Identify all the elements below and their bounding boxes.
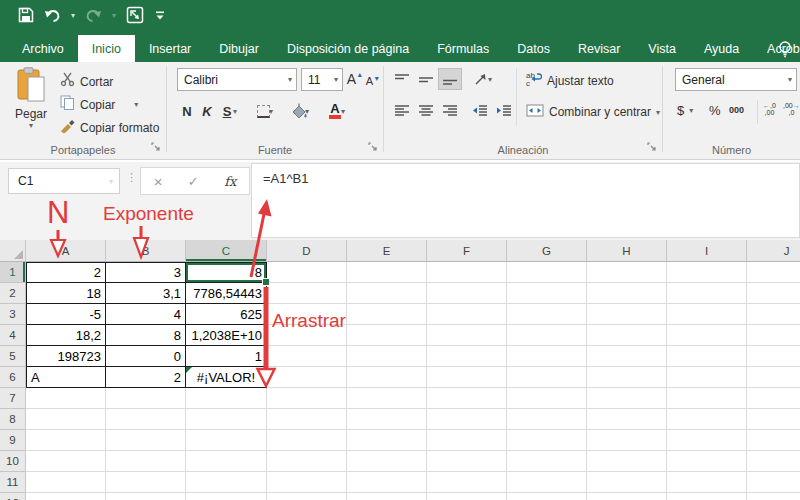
cell-J4[interactable]: [747, 325, 800, 346]
cell-E12[interactable]: [347, 493, 427, 500]
align-right-icon[interactable]: [438, 100, 462, 122]
cell-J3[interactable]: [747, 304, 800, 325]
cell-F6[interactable]: [427, 367, 507, 388]
cell-G5[interactable]: [507, 346, 587, 367]
cell-J10[interactable]: [747, 451, 800, 472]
enter-icon[interactable]: ✓: [188, 174, 199, 189]
cell-B4[interactable]: 8: [106, 325, 186, 346]
save-icon[interactable]: [18, 7, 34, 23]
tab-archivo[interactable]: Archivo: [8, 35, 78, 62]
cancel-icon[interactable]: ×: [154, 173, 163, 190]
cell-F4[interactable]: [427, 325, 507, 346]
cell-I11[interactable]: [667, 472, 747, 493]
cell-A10[interactable]: [26, 451, 106, 472]
cell-C6[interactable]: #¡VALOR!: [186, 367, 267, 388]
cell-E10[interactable]: [347, 451, 427, 472]
cell-B7[interactable]: [106, 388, 186, 409]
column-header-C[interactable]: C: [186, 240, 267, 262]
column-header-D[interactable]: D: [267, 240, 347, 262]
decrease-font-icon[interactable]: A▼: [364, 70, 382, 92]
cell-I9[interactable]: [667, 430, 747, 451]
cell-J1[interactable]: [747, 262, 800, 283]
cell-E9[interactable]: [347, 430, 427, 451]
paste-dropdown-icon[interactable]: ▾: [8, 121, 54, 130]
cell-D1[interactable]: [267, 262, 347, 283]
cell-F11[interactable]: [427, 472, 507, 493]
cell-G1[interactable]: [507, 262, 587, 283]
cell-A3[interactable]: -5: [26, 304, 106, 325]
cell-F8[interactable]: [427, 409, 507, 430]
cell-C9[interactable]: [186, 430, 267, 451]
cell-I12[interactable]: [667, 493, 747, 500]
tab-insertar[interactable]: Insertar: [135, 35, 205, 62]
percent-button[interactable]: %: [709, 103, 721, 118]
cell-B6[interactable]: 2: [106, 367, 186, 388]
cell-H4[interactable]: [587, 325, 667, 346]
cell-E3[interactable]: [347, 304, 427, 325]
cell-I6[interactable]: [667, 367, 747, 388]
cell-E6[interactable]: [347, 367, 427, 388]
row-header-2[interactable]: 2: [0, 283, 26, 304]
tab-inicio[interactable]: Inicio: [78, 35, 135, 62]
cell-J8[interactable]: [747, 409, 800, 430]
cell-D8[interactable]: [267, 409, 347, 430]
cell-B8[interactable]: [106, 409, 186, 430]
cell-J2[interactable]: [747, 283, 800, 304]
column-header-B[interactable]: B: [106, 240, 186, 262]
cell-G3[interactable]: [507, 304, 587, 325]
cell-A6[interactable]: A: [26, 367, 106, 388]
cell-B1[interactable]: 3: [106, 262, 186, 283]
cell-H7[interactable]: [587, 388, 667, 409]
touch-mode-icon[interactable]: [126, 6, 144, 24]
cell-H12[interactable]: [587, 493, 667, 500]
currency-button[interactable]: $ ▾: [677, 103, 693, 118]
row-header-8[interactable]: 8: [0, 409, 26, 430]
cell-G9[interactable]: [507, 430, 587, 451]
cell-B11[interactable]: [106, 472, 186, 493]
cell-D6[interactable]: [267, 367, 347, 388]
cell-F9[interactable]: [427, 430, 507, 451]
redo-dropdown-icon[interactable]: ▾: [112, 11, 116, 20]
customize-quick-access-icon[interactable]: [154, 9, 166, 21]
cell-B3[interactable]: 4: [106, 304, 186, 325]
cell-B2[interactable]: 3,1: [106, 283, 186, 304]
row-header-7[interactable]: 7: [0, 388, 26, 409]
tell-me-lightbulb-icon[interactable]: [776, 39, 794, 63]
row-header-1[interactable]: 1: [0, 262, 26, 283]
cell-D9[interactable]: [267, 430, 347, 451]
tab-vista[interactable]: Vista: [634, 35, 690, 62]
tab-f-rmulas[interactable]: Fórmulas: [423, 35, 503, 62]
cell-H11[interactable]: [587, 472, 667, 493]
name-box-dropdown-icon[interactable]: ▾: [109, 177, 113, 186]
increase-decimal-icon[interactable]: ←,0,00: [763, 102, 776, 116]
cell-H3[interactable]: [587, 304, 667, 325]
cell-H5[interactable]: [587, 346, 667, 367]
cell-G6[interactable]: [507, 367, 587, 388]
cell-E8[interactable]: [347, 409, 427, 430]
cell-E5[interactable]: [347, 346, 427, 367]
redo-icon[interactable]: [85, 8, 102, 23]
align-center-icon[interactable]: [414, 100, 438, 122]
row-header-10[interactable]: 10: [0, 451, 26, 472]
cell-D12[interactable]: [267, 493, 347, 500]
cut-button[interactable]: Cortar: [60, 72, 113, 91]
tab-dibujar[interactable]: Dibujar: [205, 35, 273, 62]
cell-A5[interactable]: 198723: [26, 346, 106, 367]
cell-D7[interactable]: [267, 388, 347, 409]
name-box[interactable]: C1 ▾: [8, 168, 120, 194]
cell-C8[interactable]: [186, 409, 267, 430]
copy-button[interactable]: Copiar ▾: [60, 95, 138, 114]
row-header-9[interactable]: 9: [0, 430, 26, 451]
increase-indent-icon[interactable]: [492, 100, 516, 122]
cell-H8[interactable]: [587, 409, 667, 430]
cell-B12[interactable]: [106, 493, 186, 500]
column-header-J[interactable]: J: [747, 240, 800, 262]
decrease-indent-icon[interactable]: [468, 100, 492, 122]
cell-C3[interactable]: 625: [186, 304, 267, 325]
increase-font-icon[interactable]: A▲: [345, 68, 365, 90]
cell-G12[interactable]: [507, 493, 587, 500]
row-header-11[interactable]: 11: [0, 472, 26, 493]
tab-ayuda[interactable]: Ayuda: [690, 35, 753, 62]
cell-E7[interactable]: [347, 388, 427, 409]
cell-A4[interactable]: 18,2: [26, 325, 106, 346]
